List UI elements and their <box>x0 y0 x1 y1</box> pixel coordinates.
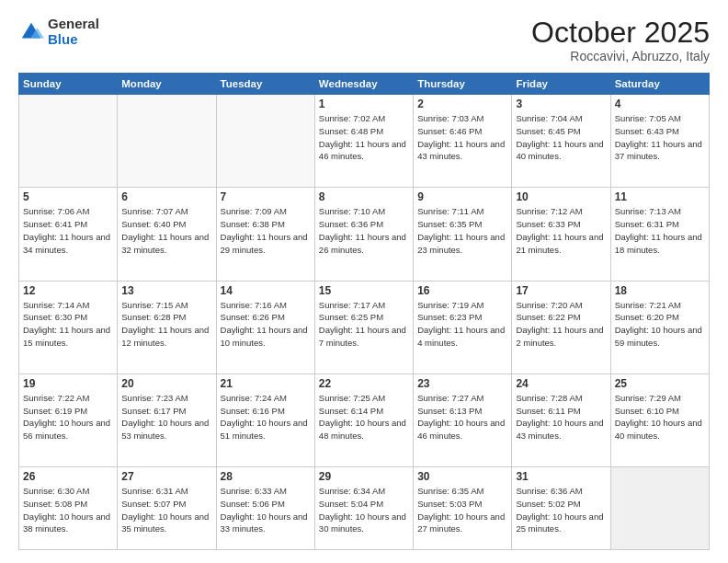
calendar-cell: 16Sunrise: 7:19 AMSunset: 6:23 PMDayligh… <box>414 281 512 373</box>
day-number: 1 <box>319 98 409 110</box>
calendar-cell: 25Sunrise: 7:29 AMSunset: 6:10 PMDayligh… <box>610 373 709 466</box>
logo-text: General Blue <box>48 17 99 47</box>
weekday-header-friday: Friday <box>512 74 610 95</box>
week-row-1: 1Sunrise: 7:02 AMSunset: 6:48 PMDaylight… <box>19 95 710 188</box>
calendar-cell: 20Sunrise: 7:23 AMSunset: 6:17 PMDayligh… <box>118 373 216 466</box>
calendar-cell: 7Sunrise: 7:09 AMSunset: 6:38 PMDaylight… <box>216 188 314 281</box>
month-title: October 2025 <box>531 17 710 49</box>
day-info: Sunrise: 7:06 AMSunset: 6:41 PMDaylight:… <box>23 205 113 256</box>
calendar-table: SundayMondayTuesdayWednesdayThursdayFrid… <box>18 73 710 550</box>
day-info: Sunrise: 7:22 AMSunset: 6:19 PMDaylight:… <box>23 392 113 442</box>
calendar-cell: 12Sunrise: 7:14 AMSunset: 6:30 PMDayligh… <box>19 281 118 373</box>
day-info: Sunrise: 6:34 AMSunset: 5:04 PMDaylight:… <box>319 485 409 535</box>
day-number: 13 <box>121 284 211 297</box>
day-number: 8 <box>319 190 409 203</box>
day-number: 5 <box>23 190 113 203</box>
title-block: October 2025 Roccavivi, Abruzzo, Italy <box>531 17 710 63</box>
header: General Blue October 2025 Roccavivi, Abr… <box>18 17 710 63</box>
calendar-cell: 3Sunrise: 7:04 AMSunset: 6:45 PMDaylight… <box>512 95 610 188</box>
weekday-header-saturday: Saturday <box>610 74 709 95</box>
calendar-cell: 2Sunrise: 7:03 AMSunset: 6:46 PMDaylight… <box>414 95 512 188</box>
day-number: 3 <box>516 98 606 110</box>
day-number: 12 <box>23 284 113 297</box>
day-info: Sunrise: 7:23 AMSunset: 6:17 PMDaylight:… <box>121 392 211 442</box>
day-info: Sunrise: 7:24 AMSunset: 6:16 PMDaylight:… <box>221 392 311 442</box>
calendar-cell: 4Sunrise: 7:05 AMSunset: 6:43 PMDaylight… <box>610 95 709 188</box>
calendar-cell: 21Sunrise: 7:24 AMSunset: 6:16 PMDayligh… <box>216 373 314 466</box>
calendar-cell: 6Sunrise: 7:07 AMSunset: 6:40 PMDaylight… <box>118 188 216 281</box>
day-number: 10 <box>516 190 606 203</box>
day-number: 14 <box>221 284 311 297</box>
calendar-cell: 14Sunrise: 7:16 AMSunset: 6:26 PMDayligh… <box>216 281 314 373</box>
calendar-body: 1Sunrise: 7:02 AMSunset: 6:48 PMDaylight… <box>19 95 710 550</box>
day-info: Sunrise: 6:30 AMSunset: 5:08 PMDaylight:… <box>23 485 113 535</box>
calendar-cell: 26Sunrise: 6:30 AMSunset: 5:08 PMDayligh… <box>19 467 118 550</box>
calendar-cell: 17Sunrise: 7:20 AMSunset: 6:22 PMDayligh… <box>512 281 610 373</box>
week-row-3: 12Sunrise: 7:14 AMSunset: 6:30 PMDayligh… <box>19 281 710 373</box>
calendar-cell: 28Sunrise: 6:33 AMSunset: 5:06 PMDayligh… <box>216 467 314 550</box>
weekday-header-wednesday: Wednesday <box>314 74 413 95</box>
calendar-cell: 9Sunrise: 7:11 AMSunset: 6:35 PMDaylight… <box>414 188 512 281</box>
day-info: Sunrise: 6:36 AMSunset: 5:02 PMDaylight:… <box>516 485 606 535</box>
day-number: 9 <box>417 190 507 203</box>
day-info: Sunrise: 7:20 AMSunset: 6:22 PMDaylight:… <box>516 299 606 350</box>
calendar-cell: 19Sunrise: 7:22 AMSunset: 6:19 PMDayligh… <box>19 373 118 466</box>
logo-general: General <box>48 17 99 32</box>
weekday-header-sunday: Sunday <box>19 74 118 95</box>
day-info: Sunrise: 7:03 AMSunset: 6:46 PMDaylight:… <box>417 112 507 163</box>
day-number: 11 <box>615 190 705 203</box>
week-row-2: 5Sunrise: 7:06 AMSunset: 6:41 PMDaylight… <box>19 188 710 281</box>
day-info: Sunrise: 7:04 AMSunset: 6:45 PMDaylight:… <box>516 112 606 163</box>
page: General Blue October 2025 Roccavivi, Abr… <box>0 0 728 563</box>
day-info: Sunrise: 7:10 AMSunset: 6:36 PMDaylight:… <box>319 205 409 256</box>
day-number: 15 <box>319 284 409 297</box>
logo-blue-text: Blue <box>48 32 99 48</box>
day-info: Sunrise: 7:05 AMSunset: 6:43 PMDaylight:… <box>615 112 705 163</box>
day-number: 25 <box>615 377 705 390</box>
calendar-cell: 31Sunrise: 6:36 AMSunset: 5:02 PMDayligh… <box>512 467 610 550</box>
calendar-cell: 15Sunrise: 7:17 AMSunset: 6:25 PMDayligh… <box>314 281 413 373</box>
calendar-cell: 11Sunrise: 7:13 AMSunset: 6:31 PMDayligh… <box>610 188 709 281</box>
day-info: Sunrise: 7:11 AMSunset: 6:35 PMDaylight:… <box>417 205 507 256</box>
day-info: Sunrise: 7:09 AMSunset: 6:38 PMDaylight:… <box>221 205 311 256</box>
day-number: 24 <box>516 377 606 390</box>
logo-icon <box>18 19 44 45</box>
day-number: 7 <box>221 190 311 203</box>
day-number: 4 <box>615 98 705 110</box>
weekday-header-monday: Monday <box>118 74 216 95</box>
day-number: 20 <box>121 377 211 390</box>
calendar-cell: 8Sunrise: 7:10 AMSunset: 6:36 PMDaylight… <box>314 188 413 281</box>
calendar-cell: 30Sunrise: 6:35 AMSunset: 5:03 PMDayligh… <box>414 467 512 550</box>
calendar-cell: 24Sunrise: 7:28 AMSunset: 6:11 PMDayligh… <box>512 373 610 466</box>
day-info: Sunrise: 6:33 AMSunset: 5:06 PMDaylight:… <box>221 485 311 535</box>
calendar-cell <box>19 95 118 188</box>
calendar-header-row: SundayMondayTuesdayWednesdayThursdayFrid… <box>19 74 710 95</box>
day-info: Sunrise: 7:02 AMSunset: 6:48 PMDaylight:… <box>319 112 409 163</box>
day-info: Sunrise: 6:35 AMSunset: 5:03 PMDaylight:… <box>417 485 507 535</box>
day-info: Sunrise: 7:15 AMSunset: 6:28 PMDaylight:… <box>121 299 211 350</box>
day-info: Sunrise: 7:25 AMSunset: 6:14 PMDaylight:… <box>319 392 409 442</box>
calendar-cell: 23Sunrise: 7:27 AMSunset: 6:13 PMDayligh… <box>414 373 512 466</box>
location: Roccavivi, Abruzzo, Italy <box>531 49 710 63</box>
day-number: 22 <box>319 377 409 390</box>
day-number: 18 <box>615 284 705 297</box>
logo: General Blue <box>18 17 99 47</box>
calendar-cell: 13Sunrise: 7:15 AMSunset: 6:28 PMDayligh… <box>118 281 216 373</box>
day-info: Sunrise: 7:17 AMSunset: 6:25 PMDaylight:… <box>319 299 409 350</box>
day-info: Sunrise: 7:16 AMSunset: 6:26 PMDaylight:… <box>221 299 311 350</box>
calendar-cell <box>610 467 709 550</box>
calendar-cell <box>216 95 314 188</box>
day-number: 28 <box>221 470 311 483</box>
day-info: Sunrise: 7:19 AMSunset: 6:23 PMDaylight:… <box>417 299 507 350</box>
day-info: Sunrise: 7:13 AMSunset: 6:31 PMDaylight:… <box>615 205 705 256</box>
day-info: Sunrise: 7:29 AMSunset: 6:10 PMDaylight:… <box>615 392 705 442</box>
weekday-header-thursday: Thursday <box>414 74 512 95</box>
day-info: Sunrise: 6:31 AMSunset: 5:07 PMDaylight:… <box>121 485 211 535</box>
day-number: 19 <box>23 377 113 390</box>
day-number: 31 <box>516 470 606 483</box>
day-info: Sunrise: 7:12 AMSunset: 6:33 PMDaylight:… <box>516 205 606 256</box>
day-number: 16 <box>417 284 507 297</box>
day-number: 26 <box>23 470 113 483</box>
day-info: Sunrise: 7:14 AMSunset: 6:30 PMDaylight:… <box>23 299 113 350</box>
calendar-cell: 29Sunrise: 6:34 AMSunset: 5:04 PMDayligh… <box>314 467 413 550</box>
